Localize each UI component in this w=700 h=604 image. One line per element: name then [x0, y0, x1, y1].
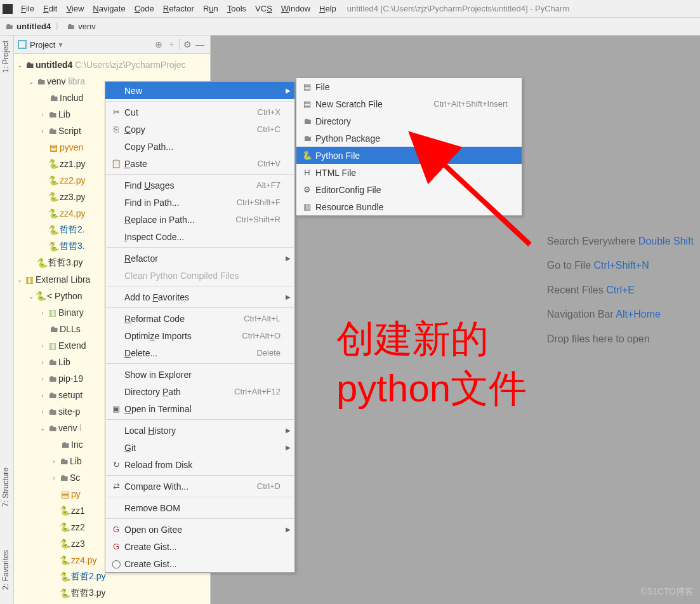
tip-goto: Go to File	[547, 260, 591, 271]
hide-button[interactable]: —	[194, 38, 206, 51]
ctx-item[interactable]: Directory PathCtrl+Alt+F12	[105, 383, 294, 400]
menu-help[interactable]: Help	[315, 3, 341, 15]
ctx-item[interactable]: Clean Python Compiled Files	[105, 267, 294, 284]
submenu-item[interactable]: ▥Resource Bundle	[296, 198, 522, 215]
submenu-item[interactable]: 🖿Python Package	[296, 130, 522, 147]
app-icon	[3, 4, 13, 14]
annotation-text: 创建新的 python文件	[336, 314, 527, 413]
tip-shortcut: Alt+Home	[616, 309, 661, 319]
menu-window[interactable]: Window	[277, 3, 315, 15]
ctx-item[interactable]: Reformat CodeCtrl+Alt+L	[105, 310, 294, 327]
editor-tips: Search Everywhere Double Shift Go to Fil…	[547, 229, 694, 351]
menu-refactor[interactable]: Refactor	[159, 3, 199, 15]
ctx-item[interactable]: Remove BOM	[105, 499, 294, 516]
tip-nav: Navigation Bar	[547, 309, 614, 319]
ctx-item[interactable]: Find in Path...Ctrl+Shift+F	[105, 194, 294, 211]
watermark: ©51CTO博客	[641, 586, 694, 598]
ctx-item[interactable]: Refactor▶	[105, 250, 294, 267]
ctx-item[interactable]: 📋PasteCtrl+V	[105, 155, 294, 172]
ctx-item[interactable]: GCreate Gist...	[105, 538, 294, 555]
menu-run[interactable]: Run	[199, 3, 223, 15]
folder-icon: 🖿	[5, 22, 13, 31]
ctx-item[interactable]: Local History▶	[105, 422, 294, 439]
ctx-item[interactable]: Git▶	[105, 439, 294, 456]
ctx-item[interactable]: ⎘CopyCtrl+C	[105, 121, 294, 138]
submenu-item[interactable]: 🖿Directory	[296, 112, 522, 130]
chevron-icon: 〉	[55, 21, 63, 32]
ctx-item[interactable]: ↻Reload from Disk	[105, 456, 294, 473]
breadcrumb: 🖿 untitled4 〉 🖿 venv	[0, 18, 700, 36]
submenu-item[interactable]: 🐍Python File	[296, 147, 522, 164]
ctx-item[interactable]: ⇄Compare With...Ctrl+D	[105, 478, 294, 495]
breadcrumb-root[interactable]: untitled4	[17, 22, 51, 31]
menu-tools[interactable]: Tools	[223, 3, 251, 15]
tip-recent: Recent Files	[547, 285, 604, 295]
menu-navigate[interactable]: Navigate	[88, 3, 129, 15]
ctx-item[interactable]: Find UsagesAlt+F7	[105, 177, 294, 194]
submenu-item[interactable]: ▤New Scratch FileCtrl+Alt+Shift+Insert	[296, 95, 522, 112]
ctx-item[interactable]: Show in Explorer	[105, 366, 294, 383]
ctx-new[interactable]: New▶	[105, 82, 294, 99]
ctx-item[interactable]: Optimize ImportsCtrl+Alt+O	[105, 327, 294, 344]
ctx-item[interactable]: Add to Favorites▶	[105, 288, 294, 305]
tip-drop: Drop files here to open	[547, 333, 650, 344]
tip-shortcut: Double Shift	[638, 236, 694, 246]
menu-vcs[interactable]: VCS	[251, 3, 277, 15]
ctx-item[interactable]: Inspect Code...	[105, 228, 294, 245]
ctx-item[interactable]: ✂CutCtrl+X	[105, 104, 294, 121]
submenu-item[interactable]: HHTML File	[296, 164, 522, 181]
panel-title[interactable]: Project	[30, 40, 55, 50]
new-submenu: ▤File▤New Scratch FileCtrl+Alt+Shift+Ins…	[296, 77, 522, 216]
gear-icon[interactable]: ⚙	[181, 38, 194, 51]
window-title: untitled4 [C:\Users\zjz\PycharmProjects\…	[347, 4, 569, 13]
context-menu: New▶ ✂CutCtrl+X⎘CopyCtrl+CCopy Path...📋P…	[105, 81, 295, 573]
collapse-button[interactable]: ÷	[165, 38, 178, 51]
tip-search: Search Everywhere	[547, 236, 636, 246]
breadcrumb-venv[interactable]: venv	[78, 22, 95, 31]
menu-view[interactable]: View	[62, 3, 88, 15]
rail-structure[interactable]: 7: Structure	[1, 467, 10, 507]
tip-shortcut: Ctrl+Shift+N	[594, 260, 649, 271]
tree-zh3b[interactable]: 🐍哲哲3.py	[14, 585, 210, 601]
tree-newfolder[interactable]: ›🖿新建文件夹 (2) library root	[14, 601, 210, 604]
menu-edit[interactable]: Edit	[39, 3, 62, 15]
rail-project[interactable]: 1: Project	[1, 41, 10, 73]
panel-header: Project ▼ ⊕ ÷ ⚙ —	[14, 36, 210, 54]
ctx-item[interactable]: ▣Open in Terminal	[105, 400, 294, 417]
chevron-down-icon[interactable]: ▼	[57, 41, 63, 48]
ctx-item[interactable]: Copy Path...	[105, 138, 294, 155]
menu-file[interactable]: File	[17, 3, 39, 15]
ctx-item[interactable]: GOpen on Gitee▶	[105, 521, 294, 538]
tree-root[interactable]: ⌄🖿untitled4 C:\Users\zjz\PycharmProjec	[14, 57, 210, 73]
locate-button[interactable]: ⊕	[152, 38, 165, 51]
tip-shortcut: Ctrl+E	[606, 285, 635, 295]
submenu-item[interactable]: ▤File	[296, 78, 522, 95]
left-tool-rail: 1: Project 7: Structure 2: Favorites	[0, 36, 14, 604]
ctx-item[interactable]: Replace in Path...Ctrl+Shift+R	[105, 211, 294, 228]
ctx-item[interactable]: ◯Create Gist...	[105, 555, 294, 572]
rail-favorites[interactable]: 2: Favorites	[1, 550, 10, 590]
project-view-icon	[18, 40, 27, 49]
submenu-item[interactable]: ⚙EditorConfig File	[296, 181, 522, 198]
ctx-item[interactable]: Delete...Delete	[105, 344, 294, 361]
menu-bar: File Edit View Navigate Code Refactor Ru…	[0, 0, 700, 18]
menu-code[interactable]: Code	[130, 3, 159, 15]
folder-icon: 🖿	[67, 22, 75, 31]
